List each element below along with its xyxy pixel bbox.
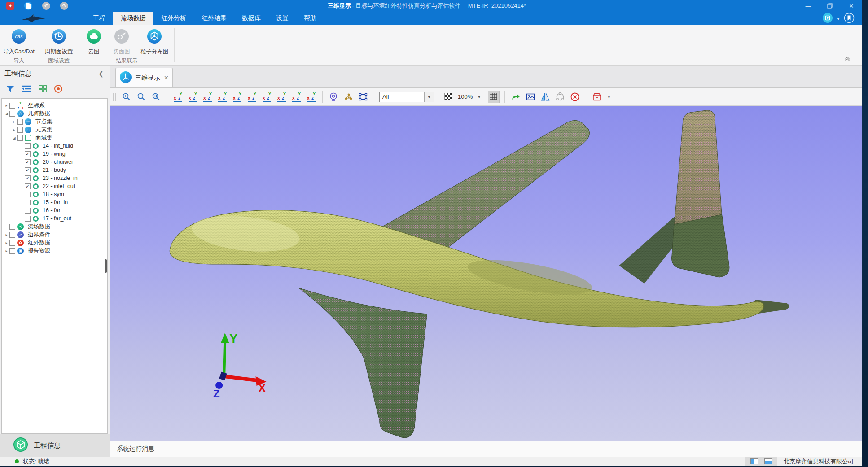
tab-close-icon[interactable]: ✕ xyxy=(164,74,169,81)
menu-tab-engineering[interactable]: 工程 xyxy=(85,12,113,25)
tree-item-surface-20[interactable]: ✓20 - chuiwei xyxy=(2,158,107,166)
menu-tab-infrared-results[interactable]: 红外结果 xyxy=(194,12,234,25)
tree-item-surface-22[interactable]: ✓22 - inlet_out xyxy=(2,182,107,190)
locate-target-icon[interactable] xyxy=(53,84,63,96)
expand-arrow-icon[interactable]: ▸ xyxy=(4,241,9,245)
3d-viewport[interactable]: Y X Z xyxy=(110,106,862,441)
list-view-icon[interactable] xyxy=(21,84,32,95)
visibility-checkbox[interactable] xyxy=(9,248,15,254)
view-top-button[interactable]: Yxz xyxy=(232,91,243,103)
display-filter-combobox[interactable]: All ▼ xyxy=(379,92,434,102)
sidebar-footer[interactable]: 工程信息 xyxy=(0,434,110,457)
expand-arrow-icon[interactable]: ▸ xyxy=(4,233,9,237)
expand-arrow-icon[interactable]: ▸ xyxy=(11,120,17,124)
view-right-button[interactable]: Yxz xyxy=(217,91,228,103)
stop-cancel-button[interactable] xyxy=(569,91,581,103)
collapse-arrow-icon[interactable]: ◢ xyxy=(4,112,9,116)
package-caret-icon[interactable]: ∨ xyxy=(607,94,610,99)
expand-arrow-icon[interactable]: ▸ xyxy=(4,104,9,108)
package-archive-button[interactable] xyxy=(591,91,603,103)
visibility-checkbox[interactable]: ✓ xyxy=(25,151,31,157)
new-document-icon[interactable] xyxy=(24,2,32,10)
view-front-button[interactable]: Yxz xyxy=(172,91,184,103)
expand-arrow-icon[interactable]: ▸ xyxy=(4,249,9,253)
toolbar-grip[interactable] xyxy=(113,93,116,101)
periodic-face-settings-button[interactable]: 周期面设置 xyxy=(40,27,78,56)
visibility-checkbox[interactable] xyxy=(25,216,31,222)
grid-view-icon[interactable] xyxy=(38,84,48,95)
display-mode-icon[interactable] xyxy=(822,13,833,25)
view-back-button[interactable]: Yxz xyxy=(187,91,199,103)
tree-item-surface-15[interactable]: 15 - far_in xyxy=(2,198,107,206)
contour-cloud-button[interactable]: 云图 xyxy=(80,27,108,56)
collapse-ribbon-icon[interactable] xyxy=(844,56,851,64)
menu-tab-flow-field-data[interactable]: 流场数据 xyxy=(113,12,153,25)
visibility-checkbox[interactable] xyxy=(25,143,31,149)
view-left-button[interactable]: Yxz xyxy=(202,91,214,103)
menu-tab-infrared-analysis[interactable]: 红外分析 xyxy=(153,12,194,25)
particle-distribution-button[interactable]: 粒子分布图 xyxy=(136,27,173,56)
collapse-panel-icon[interactable]: ❮ xyxy=(96,70,105,77)
export-share-button[interactable] xyxy=(510,91,522,103)
app-menu-icon[interactable]: ✦ xyxy=(6,2,14,10)
tree-item-element-set[interactable]: ▸◌元素集 xyxy=(2,126,107,134)
visibility-checkbox[interactable]: ✓ xyxy=(25,159,31,165)
tree-item-surface-14[interactable]: 14 - int_fluid xyxy=(2,142,107,150)
zoom-fit-button[interactable] xyxy=(150,91,162,103)
transparency-icon[interactable] xyxy=(444,93,452,100)
import-cas-dat-button[interactable]: cas 导入Cas/Dat xyxy=(0,27,38,56)
visibility-checkbox[interactable] xyxy=(9,111,15,117)
toggle-bottom-panel-icon[interactable] xyxy=(764,458,772,464)
combobox-arrow-icon[interactable]: ▼ xyxy=(424,92,434,102)
opacity-caret-icon[interactable]: ▼ xyxy=(477,95,481,99)
visibility-checkbox[interactable] xyxy=(25,200,31,205)
mesh-grid-toggle-button[interactable] xyxy=(488,91,500,103)
particle-nodes-button[interactable] xyxy=(342,91,354,103)
tree-item-report-resources[interactable]: ▸▣报告资源 xyxy=(2,247,107,255)
filter-icon[interactable] xyxy=(5,84,15,95)
view-iso-4-button[interactable]: Yxz xyxy=(306,91,317,103)
visibility-checkbox[interactable]: ✓ xyxy=(25,175,31,181)
view-iso-3-button[interactable]: Yxz xyxy=(291,91,302,103)
view-bottom-button[interactable]: Yxz xyxy=(246,91,258,103)
display-mode-caret-icon[interactable]: ▼ xyxy=(837,17,840,21)
tree-item-surface-17[interactable]: 17 - far_out xyxy=(2,214,107,223)
visibility-checkbox[interactable] xyxy=(17,127,23,133)
menu-tab-database[interactable]: 数据库 xyxy=(234,12,268,25)
view-iso-1-button[interactable]: Yxz xyxy=(261,91,273,103)
tree-item-surface-16[interactable]: 16 - far xyxy=(2,206,107,214)
select-region-button[interactable] xyxy=(357,91,369,103)
close-button[interactable]: ✕ xyxy=(847,2,855,10)
collapse-arrow-icon[interactable]: ◢ xyxy=(11,136,17,140)
tree-item-surface-18[interactable]: 18 - sym xyxy=(2,190,107,198)
probe-camera-button[interactable] xyxy=(328,91,339,103)
redo-icon[interactable]: ↷ xyxy=(60,2,68,10)
expand-arrow-icon[interactable]: ▸ xyxy=(11,128,17,132)
visibility-checkbox[interactable]: ✓ xyxy=(25,167,31,173)
opacity-value[interactable]: 100% xyxy=(458,93,473,100)
tree-item-flow-data[interactable]: ≺流场数据 xyxy=(2,223,107,231)
tree-item-boundary-conditions[interactable]: ▸↗边界条件 xyxy=(2,231,107,239)
zoom-out-button[interactable] xyxy=(136,91,147,103)
visibility-checkbox[interactable] xyxy=(9,232,15,238)
minimize-button[interactable]: — xyxy=(804,2,812,10)
view-iso-2-button[interactable]: Yxz xyxy=(276,91,288,103)
snapshot-button[interactable] xyxy=(525,91,536,103)
tree-item-node-set[interactable]: ▸∞节点集 xyxy=(2,118,107,126)
tab-3d-view[interactable]: 三维显示 ✕ xyxy=(115,68,173,87)
visibility-checkbox[interactable] xyxy=(9,224,15,230)
style-bookmark-icon[interactable] xyxy=(844,13,855,25)
visibility-checkbox[interactable] xyxy=(17,119,23,125)
visibility-checkbox[interactable]: ✓ xyxy=(25,183,31,189)
tree-item-coord-system[interactable]: ▸Yzx坐标系 xyxy=(2,101,107,109)
toggle-left-panel-icon[interactable] xyxy=(750,458,758,464)
visibility-checkbox[interactable] xyxy=(25,208,31,214)
visibility-checkbox[interactable] xyxy=(17,135,23,141)
zoom-in-button[interactable] xyxy=(121,91,132,103)
menu-tab-help[interactable]: 帮助 xyxy=(296,12,324,25)
visibility-checkbox[interactable] xyxy=(25,192,31,197)
tree-item-infrared-data[interactable]: ▸✿红外数据 xyxy=(2,239,107,247)
tree-item-surface-23[interactable]: ✓23 - nozzle_in xyxy=(2,174,107,182)
mirror-button[interactable] xyxy=(539,91,551,103)
tree-item-face-set[interactable]: ◢面域集 xyxy=(2,134,107,142)
